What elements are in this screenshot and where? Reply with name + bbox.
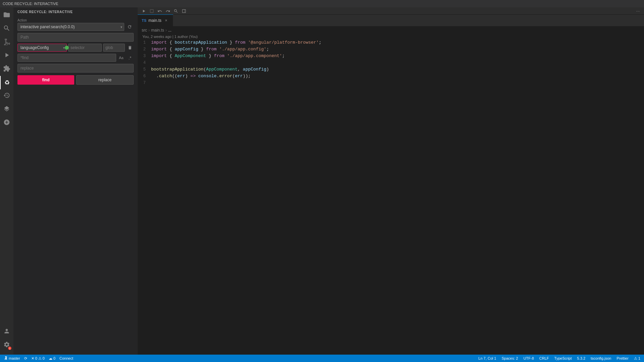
tab-main-ts[interactable]: TS main.ts × [138,14,173,26]
code-line-6: 6 .catch((err) => console.error(err)); [138,73,644,80]
regex-toggle[interactable]: .* [126,54,134,61]
editor-area: ··· TS main.ts × src › main.ts › ... You… [138,7,644,355]
git-branch-icon [4,356,8,361]
sidebar-item-search[interactable] [0,22,13,36]
line-number-4: 4 [138,60,151,66]
split-editor-button[interactable] [181,8,187,14]
selector-input[interactable] [68,44,102,52]
recycle-icon: ♻ [4,79,10,86]
warnings-count: 0 [43,356,45,360]
sidebar-item-history[interactable] [0,89,13,103]
golive-count: 0 [53,356,55,360]
redo-button[interactable] [165,8,171,14]
action-select[interactable]: interactive panel:search(0.0.0) interact… [17,23,124,31]
replace-button[interactable]: replace [76,75,134,85]
editor-search-button[interactable] [173,8,179,14]
main-layout: ♻ 1 [0,7,644,355]
sidebar-item-plugin[interactable] [0,116,13,130]
ts-version-item[interactable]: 5.3.2 [576,356,586,360]
sidebar-item-extensions[interactable] [0,62,13,76]
tab-close-button[interactable]: × [164,18,169,23]
more-actions-button[interactable]: ··· [635,8,641,14]
title-bar: CODE RECYCLE: INTERACTIVE [0,0,644,7]
line-content-5: bootstrapApplication(AppComponent, appCo… [151,66,644,73]
find-button[interactable]: find [17,75,74,85]
line-number-3: 3 [138,53,151,59]
sync-item[interactable]: ⟳ [23,356,28,361]
active-indicator-dot [65,46,69,50]
title-bar-text: CODE RECYCLE: INTERACTIVE [3,2,58,6]
errors-count: 0 [35,356,37,360]
code-line-1: 1 import { bootstrapApplication } from '… [138,39,644,46]
language-item[interactable]: TypeScript [553,356,573,360]
buttons-row: find replace [17,75,134,85]
breadcrumb-symbol: ... [168,28,172,33]
warning-version-item[interactable]: ⚠ 1 [633,356,641,361]
activity-bar-bottom: 1 [0,325,13,355]
status-bar-left: master ⟳ ✕ 0 ⚠ 0 ☁ 0 Connect [3,356,74,361]
path-input[interactable] [17,33,134,42]
account-button[interactable] [0,325,13,338]
glob-input[interactable] [103,44,125,52]
line-col-text: Ln 7, Col 1 [478,356,496,360]
action-group: Action interactive panel:search(0.0.0) i… [17,18,134,31]
breadcrumb-src[interactable]: src [142,28,147,33]
run-button[interactable] [140,8,147,14]
sidebar-item-debug[interactable] [0,49,13,62]
code-line-2: 2 import { appConfig } from './app/app.c… [138,46,644,53]
line-content-4 [151,59,644,66]
line-ending-text: CRLF [539,356,549,360]
typescript-file-icon: TS [142,18,146,22]
tab-bar: TS main.ts × [138,15,644,27]
file-pattern-select[interactable]: languageConfig [17,44,67,52]
line-col-item[interactable]: Ln 7, Col 1 [477,356,497,360]
layout-button[interactable] [148,8,155,14]
sidebar-item-layers[interactable] [0,103,13,116]
git-branch-name: master [9,356,20,360]
tsconfig-item[interactable]: tsconfig.json [590,356,612,360]
search-icon-bar [3,25,10,34]
breadcrumb-file[interactable]: main.ts [151,28,164,33]
golive-item[interactable]: ☁ 0 [48,356,56,361]
sidebar-item-source-control[interactable] [0,36,13,49]
line-number-5: 5 [138,66,151,73]
action-row: interactive panel:search(0.0.0) interact… [17,23,134,31]
debug-icon [3,51,10,60]
replace-input[interactable] [17,64,134,73]
settings-button[interactable]: 1 [0,338,13,352]
line-content-7 [151,80,644,86]
encoding-item[interactable]: UTF-8 [522,356,535,360]
action-select-wrapper: interactive panel:search(0.0.0) interact… [17,23,124,31]
git-blame-info: You, 2 weeks ago | 1 author (You) [138,34,644,39]
panel-body: Action interactive panel:search(0.0.0) i… [13,16,138,87]
code-line-5: 5 bootstrapApplication(AppComponent, app… [138,66,644,73]
spaces-item[interactable]: Spaces: 2 [501,356,519,360]
file-pattern-row: languageConfig ▾ [17,44,134,52]
files-icon [3,11,10,20]
line-ending-item[interactable]: CRLF [538,356,550,360]
refresh-button[interactable] [126,23,134,31]
code-editor[interactable]: 1 import { bootstrapApplication } from '… [138,39,644,355]
code-line-3: 3 import { AppComponent } from './app/ap… [138,53,644,59]
tsconfig-text: tsconfig.json [591,356,611,360]
connect-label: Connect [59,356,73,360]
delete-pattern-button[interactable] [126,44,134,51]
git-branch-item[interactable]: master [3,356,21,361]
errors-item[interactable]: ✕ 0 ⚠ 0 [30,356,46,361]
panel-title: CODE RECYCLE: INTERACTIVE [13,7,138,16]
find-input[interactable] [17,54,116,62]
breadcrumb-sep-2: › [166,28,167,33]
account-icon [3,328,10,336]
undo-button[interactable] [156,8,163,14]
sidebar-panel: CODE RECYCLE: INTERACTIVE Action interac… [13,7,138,355]
tab-filename: main.ts [148,18,162,23]
prettier-item[interactable]: Prettier [615,356,629,360]
sidebar-item-files[interactable] [0,9,13,22]
code-line-7: 7 [138,80,644,86]
connect-item[interactable]: Connect [58,356,74,360]
sidebar-item-recycle[interactable]: ♻ [0,76,13,89]
activity-bar: ♻ 1 [0,7,13,355]
breadcrumb: src › main.ts › ... [138,27,644,34]
match-case-toggle[interactable]: Aa [118,54,125,61]
action-label: Action [17,18,134,22]
